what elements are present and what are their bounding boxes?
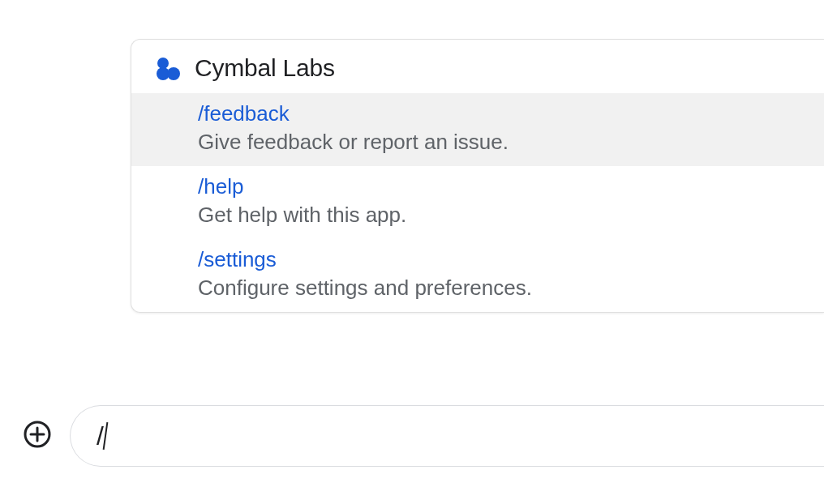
app-name: Cymbal Labs <box>195 54 335 82</box>
command-description: Get help with this app. <box>198 201 801 229</box>
input-row: / <box>23 405 824 467</box>
svg-point-2 <box>167 67 180 80</box>
command-item-settings[interactable]: /settings Configure settings and prefere… <box>131 239 824 312</box>
popup-header: Cymbal Labs <box>131 40 824 93</box>
command-item-feedback[interactable]: /feedback Give feedback or report an iss… <box>131 93 824 166</box>
command-list: /feedback Give feedback or report an iss… <box>131 93 824 312</box>
add-button[interactable] <box>23 421 52 451</box>
svg-point-0 <box>157 58 169 69</box>
command-name: /settings <box>198 247 801 272</box>
app-icon <box>154 55 180 81</box>
command-name: /feedback <box>198 101 801 126</box>
input-value: / <box>97 421 106 451</box>
command-name: /help <box>198 174 801 199</box>
message-input[interactable]: / <box>70 405 824 467</box>
plus-circle-icon <box>23 420 52 452</box>
command-description: Give feedback or report an issue. <box>198 128 801 156</box>
command-popup: Cymbal Labs /feedback Give feedback or r… <box>131 39 824 313</box>
command-description: Configure settings and preferences. <box>198 274 801 302</box>
command-item-help[interactable]: /help Get help with this app. <box>131 166 824 239</box>
